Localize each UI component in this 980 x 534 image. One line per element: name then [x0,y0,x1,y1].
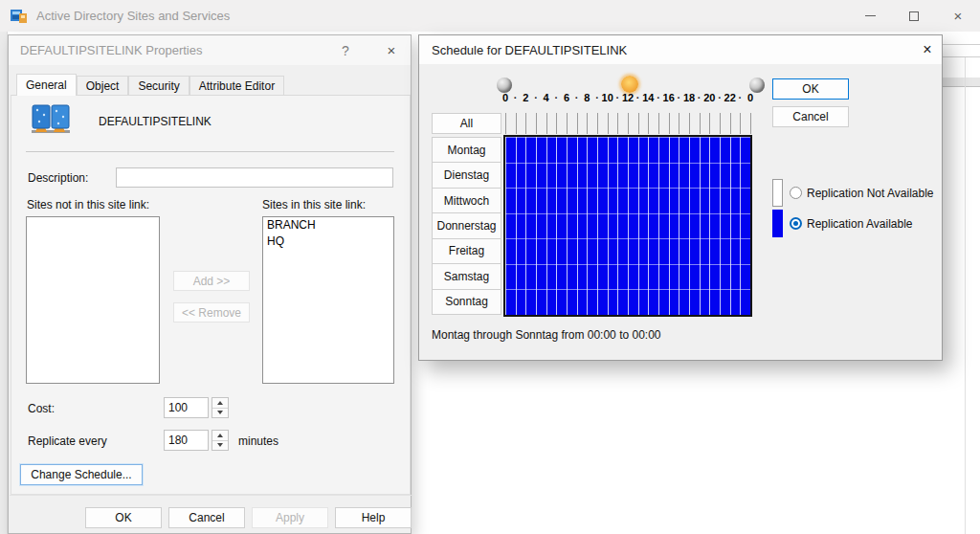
legend-label: Replication Not Available [807,187,934,200]
tab-attribute-editor[interactable]: Attribute Editor [189,76,284,96]
main-window-title: Active Directory Sites and Services [36,9,230,23]
object-name: DEFAULTIPSITELINK [99,115,212,128]
close-icon: × [923,41,931,58]
site-link-icon [30,102,72,141]
replicate-spin-up[interactable] [212,431,228,440]
close-icon: × [954,9,963,23]
minimize-icon [865,15,876,16]
cost-spinner [212,397,229,418]
hour-dot: · [657,91,660,104]
schedule-status-text: Montag through Sonntag from 00:00 to 00:… [432,328,661,342]
remove-button[interactable]: << Remove [173,302,250,323]
description-label: Description: [28,171,88,185]
column-header-edge [943,78,980,87]
hour-label: 10 [602,91,613,104]
hour-dot: · [595,91,599,104]
day-button-samstag[interactable]: Samstag [432,263,501,289]
day-button-sonntag[interactable]: Sonntag [432,289,501,315]
hour-dot: · [636,91,640,104]
tab-security[interactable]: Security [128,76,189,96]
hour-column-header[interactable] [505,113,751,134]
replicate-label: Replicate every [28,434,107,448]
replicate-spin-down[interactable] [212,440,228,451]
hour-scale: 0·2·4·6·8·10·12·14·16·18·20·22·0 [419,91,944,104]
minimize-button[interactable] [848,0,892,32]
hour-label: 0 [747,91,753,104]
day-button-column: MontagDienstagMittwochDonnerstagFreitagS… [432,137,501,315]
replicate-spinner [212,430,229,451]
radio-replication-not-available[interactable] [790,187,802,199]
properties-dialog-title: DEFAULTIPSITELINK Properties [20,43,203,57]
legend-row-replication-available: Replication Available [772,210,934,237]
hour-label: 8 [584,91,590,104]
list-item-hq[interactable]: HQ [263,234,393,250]
up-arrow-icon [217,434,223,437]
hour-label: 22 [724,91,736,104]
list-item-branch[interactable]: BRANCH [263,217,393,234]
up-arrow-icon [217,401,223,405]
maximize-button[interactable] [892,0,936,32]
change-schedule-button[interactable]: Change Schedule... [20,464,143,485]
pane-divider [965,57,966,534]
day-button-montag[interactable]: Montag [432,137,501,163]
cost-spin-up[interactable] [212,398,228,408]
day-button-donnerstag[interactable]: Donnerstag [432,212,501,238]
down-arrow-icon [217,411,223,414]
toolbar-divider [943,56,980,57]
day-button-freitag[interactable]: Freitag [432,238,501,264]
sites-not-in-listbox[interactable] [26,216,160,384]
properties-close-button[interactable]: × [378,35,405,65]
hour-label: 2 [523,91,528,104]
hour-dot: · [718,91,722,104]
hour-label: 4 [544,91,549,104]
schedule-close-button[interactable]: × [914,37,941,62]
screen: Active Directory Sites and Services × DE… [0,0,980,534]
hour-dot: · [698,91,702,104]
schedule-dialog-title: Schedule for DEFAULTIPSITELINK [432,43,627,57]
tab-object[interactable]: Object [77,76,129,96]
replication-legend: Replication Not AvailableReplication Ava… [772,179,934,237]
replicate-input[interactable] [164,430,209,451]
ok-button[interactable]: OK [85,507,162,528]
cancel-button[interactable]: Cancel [168,507,245,528]
tab-general[interactable]: General [16,74,77,96]
cost-input[interactable] [164,397,209,418]
window-controls: × [848,0,980,32]
radio-replication-available[interactable] [790,217,802,230]
sites-in-listbox[interactable]: BRANCHHQ [262,216,394,384]
tab-bar: GeneralObjectSecurityAttribute Editor [16,75,284,96]
schedule-cancel-button[interactable]: Cancel [772,106,849,127]
description-input[interactable] [116,167,393,188]
hour-label: 20 [703,91,715,104]
hour-dot: · [514,91,518,104]
schedule-grid[interactable] [503,135,752,317]
app-icon [10,7,29,26]
hour-dot: · [615,91,619,104]
sites-in-label: Sites in this site link: [262,198,366,211]
all-button[interactable]: All [432,113,501,134]
down-arrow-icon [217,443,223,447]
legend-swatch [772,179,783,207]
main-window-titlebar: Active Directory Sites and Services × [0,0,980,32]
legend-label: Replication Available [807,217,913,231]
apply-button[interactable]: Apply [252,507,328,528]
close-button[interactable]: × [936,0,980,32]
hour-label: 18 [683,91,695,104]
hour-label: 12 [622,91,634,104]
hour-dot: · [677,91,680,104]
schedule-ok-button[interactable]: OK [772,78,849,100]
day-button-dienstag[interactable]: Dienstag [432,162,501,188]
help-button[interactable]: ? [332,35,359,65]
day-button-mittwoch[interactable]: Mittwoch [432,188,501,213]
hour-label: 0 [502,91,508,104]
cost-spin-down[interactable] [212,408,228,418]
schedule-titlebar: Schedule for DEFAULTIPSITELINK [419,35,942,64]
cost-label: Cost: [28,402,55,415]
button-area-divider [10,495,412,496]
help-button[interactable]: Help [335,507,412,528]
sites-not-in-label: Sites not in this site link: [27,198,149,211]
hour-dot: · [534,91,538,104]
hour-label: 16 [663,91,675,104]
add-button[interactable]: Add >> [173,271,250,291]
console-right-edge [943,32,980,534]
